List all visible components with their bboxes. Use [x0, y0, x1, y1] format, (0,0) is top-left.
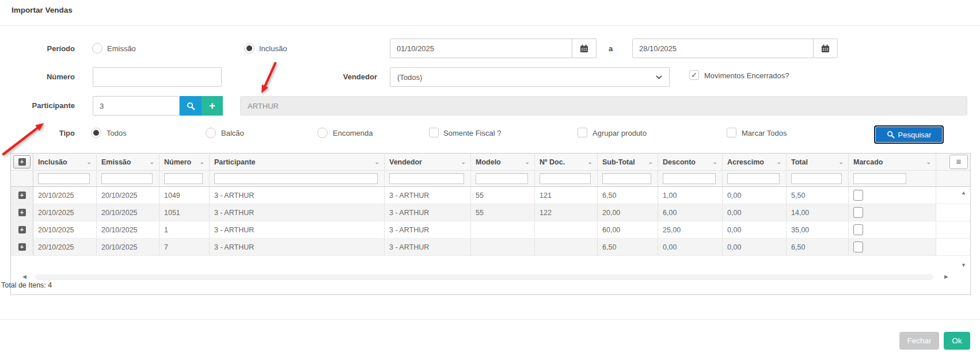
tipo-encomenda-label[interactable]: Encomenda [333, 129, 373, 137]
grid-cell: 0,00 [723, 239, 787, 255]
column-filter-input[interactable] [663, 173, 716, 184]
grid-cell: 7 [159, 239, 210, 255]
date-from-calendar-button[interactable] [572, 39, 596, 58]
grid-column-header[interactable]: Modelo⌄ [471, 154, 535, 170]
column-menu-icon[interactable]: ⌄ [461, 159, 466, 165]
column-menu-icon[interactable]: ⌄ [777, 159, 781, 165]
row-checkbox[interactable] [853, 207, 863, 218]
grid-column-header[interactable]: Participante⌄ [210, 154, 385, 170]
vendedor-select[interactable]: (Todos) [390, 67, 670, 87]
inclusao-radio[interactable] [244, 43, 255, 53]
grid-cell: 0,00 [723, 204, 787, 221]
marcar-todos-label[interactable]: Marcar Todos [742, 129, 787, 137]
column-menu-icon[interactable]: ⌄ [525, 159, 530, 165]
column-filter-input[interactable] [389, 173, 464, 184]
row-checkbox[interactable] [853, 190, 863, 201]
row-expand-button[interactable]: + [18, 192, 26, 199]
tipo-todos-radio[interactable] [91, 128, 101, 138]
grid-column-header[interactable]: Vendedor⌄ [385, 154, 471, 170]
horizontal-scrollbar-thumb[interactable] [35, 274, 933, 280]
column-filter-input[interactable] [476, 173, 528, 184]
tipo-balcao-radio[interactable] [206, 128, 216, 138]
grid-cell: 3 - ARTHUR [210, 204, 385, 221]
grid-cell [535, 221, 598, 238]
agrupar-produto-checkbox[interactable] [578, 128, 587, 137]
grid-cell: 122 [535, 204, 598, 221]
column-filter-input[interactable] [214, 173, 378, 184]
column-menu-icon[interactable]: ⌄ [200, 159, 204, 165]
column-menu-icon[interactable]: ⌄ [375, 159, 379, 165]
date-to-calendar-button[interactable] [813, 39, 837, 58]
column-menu-icon[interactable]: ⌄ [648, 159, 653, 165]
row-expand-button[interactable]: + [18, 243, 26, 251]
column-menu-icon[interactable]: ⌄ [926, 159, 931, 165]
column-filter-input[interactable] [164, 173, 203, 184]
column-chooser-button[interactable]: ≡ [949, 155, 968, 169]
participante-search-button[interactable] [180, 96, 202, 116]
somente-fiscal-label[interactable]: Somente Fiscal ? [443, 129, 501, 137]
somente-fiscal-checkbox[interactable] [429, 128, 439, 137]
column-filter-input[interactable] [791, 173, 842, 184]
scroll-left-icon[interactable]: ◀ [22, 274, 26, 279]
grid-column-header[interactable]: Inclusão⌄ [33, 154, 97, 170]
vendedor-label: Vendedor [302, 72, 377, 81]
grid-column-header-label: Sub-Total [602, 158, 635, 166]
ok-button[interactable]: Ok [944, 332, 970, 350]
grid-cell: 20/10/2025 [33, 239, 97, 255]
grid-column-header[interactable]: Desconto⌄ [658, 154, 723, 170]
pesquisar-button[interactable]: Pesquisar [874, 125, 944, 144]
date-to-input[interactable] [633, 39, 813, 58]
column-filter-input[interactable] [38, 173, 90, 184]
grid-column-header[interactable]: Nº Doc.⌄ [535, 154, 598, 170]
grid-column-header[interactable]: Marcado⌄ [849, 154, 936, 170]
grid-column-header[interactable]: Total⌄ [787, 154, 849, 170]
vendedor-selected-value: (Todos) [397, 73, 422, 82]
grid-filter-cell [787, 171, 849, 186]
row-expand-button[interactable]: + [18, 226, 26, 233]
row-expand-button[interactable]: + [18, 209, 26, 216]
movimentos-encerrados-checkbox[interactable] [689, 70, 699, 80]
column-menu-icon[interactable]: ⌄ [150, 159, 154, 165]
fechar-button[interactable]: Fechar [899, 332, 939, 350]
column-filter-input[interactable] [540, 173, 591, 184]
grid-cell: 6,00 [658, 204, 723, 221]
emissao-radio-label[interactable]: Emissão [107, 44, 136, 53]
participante-add-button[interactable]: + [202, 96, 223, 116]
column-menu-icon[interactable]: ⌄ [839, 159, 844, 165]
emissao-radio[interactable] [92, 43, 102, 53]
movimentos-encerrados-label[interactable]: Movimentos Encerrados? [704, 71, 789, 80]
search-icon [887, 131, 895, 139]
scroll-down-icon[interactable]: ▼ [961, 263, 966, 268]
footer-divider [0, 319, 980, 320]
column-menu-icon[interactable]: ⌄ [713, 159, 717, 165]
grid-column-header[interactable]: Acrescimo⌄ [723, 154, 787, 170]
participante-code-input[interactable] [93, 96, 180, 116]
marcar-todos-checkbox[interactable] [727, 128, 736, 137]
column-filter-input[interactable] [602, 173, 651, 184]
scroll-right-icon[interactable]: ▶ [944, 274, 948, 279]
grid-column-header[interactable]: Emissão⌄ [97, 154, 159, 170]
date-from-input[interactable] [390, 39, 572, 58]
scroll-up-icon[interactable]: ▲ [961, 190, 966, 196]
tipo-todos-label[interactable]: Todos [107, 129, 127, 137]
grid-column-header[interactable]: Número⌄ [159, 154, 210, 170]
expand-all-button[interactable]: + [13, 155, 31, 168]
grid-column-header[interactable]: Sub-Total⌄ [598, 154, 658, 170]
plus-icon: + [209, 100, 215, 112]
numero-input[interactable] [93, 67, 222, 87]
column-filter-input[interactable] [101, 173, 153, 184]
column-menu-icon[interactable]: ⌄ [87, 159, 92, 165]
grid-filter-cell [849, 171, 936, 186]
row-checkbox[interactable] [853, 224, 863, 235]
tipo-balcao-label[interactable]: Balcão [221, 129, 244, 137]
agrupar-produto-label[interactable]: Agrupar produto [592, 129, 647, 137]
table-row: +20/10/202520/10/202510493 - ARTHUR3 - A… [11, 187, 970, 204]
grid-cell-marcado [849, 187, 936, 204]
tipo-encomenda-radio[interactable] [317, 128, 328, 138]
inclusao-radio-label[interactable]: Inclusão [259, 44, 287, 53]
column-filter-input[interactable] [727, 173, 780, 184]
column-filter-input[interactable] [853, 173, 906, 184]
grid-filter-row [11, 171, 970, 187]
column-menu-icon[interactable]: ⌄ [588, 159, 592, 165]
row-checkbox[interactable] [853, 242, 863, 252]
